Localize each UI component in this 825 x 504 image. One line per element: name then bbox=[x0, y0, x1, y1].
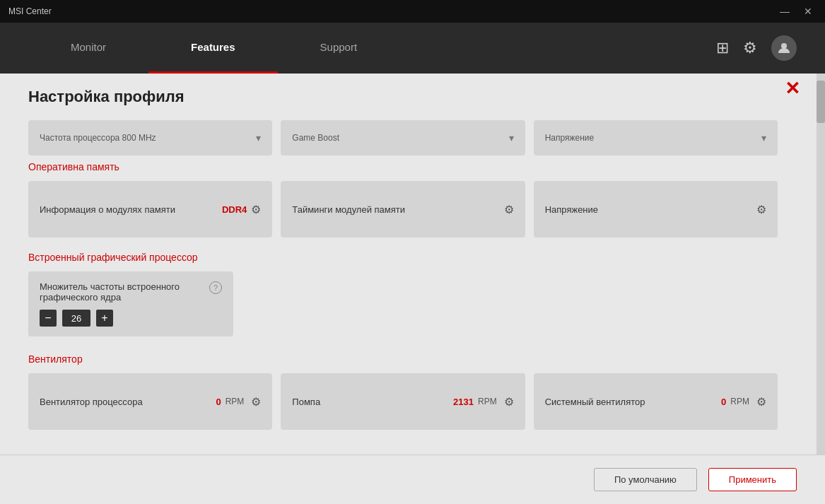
truncated-dropdown-2[interactable]: ▾ bbox=[761, 132, 766, 143]
truncated-card-voltage-text: Напряжение bbox=[545, 133, 595, 143]
gpu-card: Множитель частоты встроенного графическо… bbox=[28, 271, 233, 336]
default-button[interactable]: По умолчанию bbox=[594, 468, 697, 491]
gpu-card-label: Множитель частоты встроенного графическо… bbox=[40, 281, 209, 303]
truncated-dropdown-0[interactable]: ▾ bbox=[256, 132, 261, 143]
card-ram-timings-gear[interactable]: ⚙ bbox=[504, 203, 514, 216]
close-button[interactable]: ✕ bbox=[800, 5, 817, 18]
card-fan-pump: Помпа 2131 RPM ⚙ bbox=[281, 373, 525, 430]
tab-support[interactable]: Support bbox=[278, 23, 400, 74]
nav-right: ⊞ ⚙ bbox=[716, 35, 797, 61]
gpu-value-display: 26 bbox=[62, 310, 90, 327]
svg-point-0 bbox=[781, 43, 787, 49]
nav-bar: Monitor Features Support ⊞ ⚙ bbox=[0, 23, 825, 74]
truncated-cards-row: Частота процессора 800 MHz ▾ Game Boost … bbox=[28, 120, 778, 156]
fan-cards-row: Вентилятор процессора 0 RPM ⚙ Помпа 2131… bbox=[28, 373, 778, 430]
card-ram-timings: Тайминги модулей памяти ⚙ bbox=[281, 181, 525, 238]
card-fan-cpu-gear[interactable]: ⚙ bbox=[251, 395, 261, 409]
card-fan-cpu-value: 0 bbox=[216, 397, 221, 407]
section-label-igpu: Встроенный графический процессор bbox=[28, 252, 778, 263]
section-label-ram: Оперативна память bbox=[28, 161, 778, 172]
gpu-card-header: Множитель частоты встроенного графическо… bbox=[40, 281, 222, 303]
gpu-plus-button[interactable]: + bbox=[96, 310, 113, 327]
card-fan-system-value: 0 bbox=[721, 397, 726, 407]
truncated-card-game-boost: Game Boost ▾ bbox=[281, 120, 525, 156]
truncated-card-game-boost-text: Game Boost bbox=[292, 133, 339, 143]
card-fan-pump-value: 2131 bbox=[453, 397, 474, 407]
card-ram-voltage: Напряжение ⚙ bbox=[534, 181, 778, 238]
card-fan-cpu-unit: RPM bbox=[226, 397, 245, 406]
card-ram-voltage-label: Напряжение bbox=[545, 204, 756, 215]
card-fan-cpu: Вентилятор процессора 0 RPM ⚙ bbox=[28, 373, 272, 430]
card-fan-cpu-label: Вентилятор процессора bbox=[40, 397, 216, 407]
minimize-button[interactable]: — bbox=[776, 5, 794, 18]
card-ram-voltage-gear[interactable]: ⚙ bbox=[756, 203, 766, 216]
truncated-card-voltage: Напряжение ▾ bbox=[534, 120, 778, 156]
app-title: MSI Center bbox=[8, 6, 52, 16]
card-fan-pump-unit: RPM bbox=[478, 397, 497, 406]
truncated-dropdown-1[interactable]: ▾ bbox=[509, 132, 514, 143]
gpu-minus-button[interactable]: − bbox=[40, 310, 57, 327]
apply-button[interactable]: Применить bbox=[708, 468, 797, 491]
card-fan-system-label: Системный вентилятор bbox=[545, 397, 721, 407]
tab-monitor[interactable]: Monitor bbox=[28, 23, 148, 74]
card-fan-pump-label: Помпа bbox=[292, 397, 453, 407]
card-fan-system-gear[interactable]: ⚙ bbox=[756, 395, 766, 409]
truncated-card-cpu-freq: Частота процессора 800 MHz ▾ bbox=[28, 120, 272, 156]
window-controls: — ✕ bbox=[776, 5, 817, 18]
grid-icon[interactable]: ⊞ bbox=[716, 39, 729, 57]
section-label-fan: Вентилятор bbox=[28, 353, 778, 365]
tab-features[interactable]: Features bbox=[148, 23, 278, 74]
title-bar: MSI Center — ✕ bbox=[0, 0, 825, 23]
settings-icon[interactable]: ⚙ bbox=[743, 39, 757, 57]
card-ram-info-gear[interactable]: ⚙ bbox=[251, 203, 261, 216]
main-content: Настройка профиля Частота процессора 800… bbox=[0, 74, 825, 504]
card-fan-pump-gear[interactable]: ⚙ bbox=[504, 395, 514, 409]
scrollbar-track[interactable] bbox=[817, 74, 825, 504]
page-title: Настройка профиля bbox=[28, 88, 778, 106]
truncated-card-cpu-freq-text: Частота процессора 800 MHz bbox=[40, 133, 156, 143]
bottom-bar: По умолчанию Применить bbox=[0, 455, 825, 504]
card-ram-timings-label: Тайминги модулей памяти bbox=[292, 204, 503, 215]
card-ram-info-value: DDR4 bbox=[222, 204, 247, 215]
avatar[interactable] bbox=[771, 35, 797, 61]
card-fan-system: Системный вентилятор 0 RPM ⚙ bbox=[534, 373, 778, 430]
gpu-controls: − 26 + bbox=[40, 310, 222, 327]
card-ram-info-label: Информация о модулях памяти bbox=[40, 204, 222, 215]
card-fan-system-unit: RPM bbox=[730, 397, 749, 406]
content-inner: Настройка профиля Частота процессора 800… bbox=[0, 74, 806, 504]
nav-tabs: Monitor Features Support bbox=[28, 23, 716, 74]
ram-cards-row: Информация о модулях памяти DDR4 ⚙ Тайми… bbox=[28, 181, 778, 238]
card-ram-info: Информация о модулях памяти DDR4 ⚙ bbox=[28, 181, 272, 238]
content-close-button[interactable]: ✕ bbox=[785, 78, 800, 100]
scrollbar-thumb[interactable] bbox=[817, 81, 825, 123]
gpu-help-icon[interactable]: ? bbox=[209, 281, 222, 294]
